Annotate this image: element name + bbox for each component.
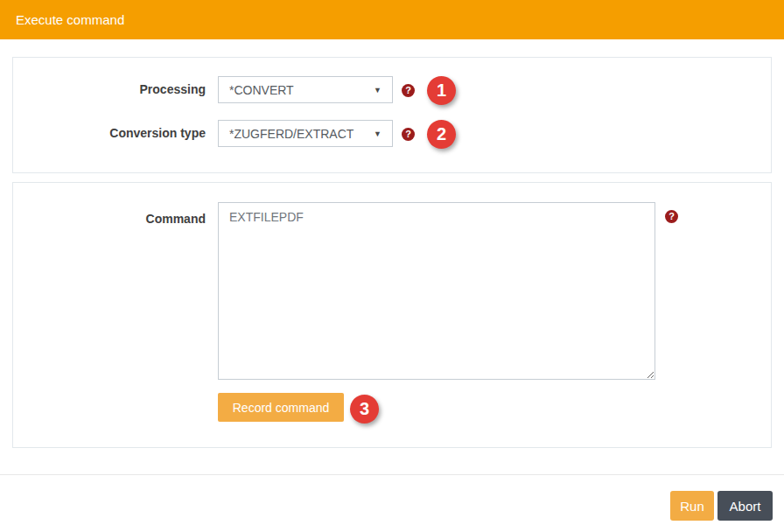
dialog-header: Execute command <box>0 0 784 39</box>
chevron-down-icon: ▼ <box>374 86 382 94</box>
conversion-type-label: Conversion type <box>13 120 206 147</box>
step-badge-2: 2 <box>427 120 456 149</box>
step-badge-1: 1 <box>427 76 456 105</box>
dialog-title: Execute command <box>16 12 124 27</box>
record-command-button[interactable]: Record command <box>218 393 344 422</box>
conversion-type-help-icon[interactable]: ? <box>402 128 415 141</box>
chevron-down-icon: ▼ <box>374 130 382 138</box>
command-label: Command <box>13 206 206 233</box>
footer-divider <box>0 474 784 475</box>
processing-select[interactable]: *CONVERT ▼ <box>218 76 393 103</box>
command-panel: Command EXTFILEPDF ? Record command 3 <box>12 182 772 448</box>
processing-select-value: *CONVERT <box>229 83 368 97</box>
abort-button[interactable]: Abort <box>718 491 773 521</box>
processing-help-icon[interactable]: ? <box>402 84 415 97</box>
conversion-type-select[interactable]: *ZUGFERD/EXTRACT ▼ <box>218 120 393 147</box>
processing-label: Processing <box>13 76 206 103</box>
options-panel: Processing *CONVERT ▼ ? 1 Conversion typ… <box>12 57 772 173</box>
command-textarea[interactable]: EXTFILEPDF <box>218 202 655 380</box>
command-help-icon[interactable]: ? <box>665 210 678 223</box>
conversion-type-select-value: *ZUGFERD/EXTRACT <box>229 127 368 141</box>
run-button[interactable]: Run <box>670 491 714 521</box>
step-badge-3: 3 <box>350 395 379 424</box>
execute-command-dialog: Execute command Processing *CONVERT ▼ ? … <box>0 0 784 532</box>
